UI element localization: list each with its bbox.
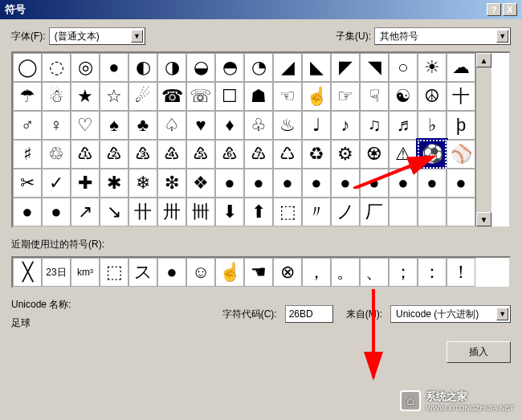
recent-symbol-cell[interactable]: km³ bbox=[71, 258, 100, 287]
recent-symbol-cell[interactable]: ； bbox=[389, 258, 418, 287]
symbol-cell[interactable]: ⬇ bbox=[215, 198, 244, 226]
symbol-cell[interactable]: ♭ bbox=[418, 111, 447, 140]
symbol-cell[interactable]: ♂ bbox=[13, 111, 42, 140]
from-combo[interactable]: ▼ bbox=[390, 305, 511, 323]
symbol-cell[interactable]: ◌ bbox=[42, 53, 71, 82]
symbol-cell[interactable]: 卌 bbox=[186, 198, 215, 226]
symbol-cell[interactable]: ♪ bbox=[331, 111, 360, 140]
symbol-cell[interactable]: ● bbox=[418, 169, 447, 198]
symbol-cell[interactable]: ♣ bbox=[128, 111, 157, 140]
symbol-cell[interactable]: ♸ bbox=[215, 140, 244, 169]
symbol-cell[interactable]: ♩ bbox=[302, 111, 331, 140]
symbol-cell[interactable]: ☗ bbox=[244, 82, 273, 111]
recent-symbol-cell[interactable]: ⬚ bbox=[100, 258, 128, 287]
symbol-cell[interactable]: ☆ bbox=[100, 82, 128, 111]
symbol-cell[interactable]: ❖ bbox=[186, 169, 215, 198]
symbol-cell[interactable]: ● bbox=[244, 169, 273, 198]
symbol-cell[interactable]: ✱ bbox=[100, 169, 128, 198]
symbol-cell[interactable]: ◢ bbox=[273, 53, 302, 82]
symbol-cell[interactable]: ☜ bbox=[273, 82, 302, 111]
symbol-cell[interactable]: ☞ bbox=[331, 82, 360, 111]
symbol-cell[interactable]: 〃 bbox=[302, 198, 331, 226]
from-input[interactable] bbox=[396, 308, 496, 320]
symbol-cell[interactable]: ☎ bbox=[157, 82, 186, 111]
symbol-cell[interactable]: ◐ bbox=[128, 53, 157, 82]
recent-symbol-cell[interactable]: ！ bbox=[447, 258, 475, 287]
char-code-input[interactable] bbox=[285, 305, 333, 323]
symbol-cell[interactable]: ♦ bbox=[215, 111, 244, 140]
symbol-cell[interactable]: ♥ bbox=[186, 111, 215, 140]
symbol-cell[interactable]: ☮ bbox=[418, 82, 447, 111]
symbol-cell[interactable]: ♺ bbox=[273, 140, 302, 169]
symbol-cell[interactable]: ♤ bbox=[157, 111, 186, 140]
symbol-cell[interactable]: ♵ bbox=[128, 140, 157, 169]
symbol-cell[interactable]: ♀ bbox=[42, 111, 71, 140]
scroll-down-button[interactable]: ▼ bbox=[476, 212, 491, 226]
symbol-cell[interactable]: ノ bbox=[331, 198, 360, 226]
symbol-cell[interactable]: ⚾ bbox=[447, 140, 475, 169]
symbol-cell[interactable]: ☝ bbox=[302, 82, 331, 111]
symbol-cell[interactable]: 卄 bbox=[128, 198, 157, 226]
symbol-cell[interactable]: ● bbox=[100, 53, 128, 82]
symbol-cell[interactable]: ● bbox=[215, 169, 244, 198]
from-dropdown-button[interactable]: ▼ bbox=[496, 308, 508, 320]
recent-symbol-cell[interactable]: ⊗ bbox=[273, 258, 302, 287]
symbol-cell[interactable]: ⚠ bbox=[389, 140, 418, 169]
scrollbar[interactable]: ▲ ▼ bbox=[475, 53, 491, 226]
symbol-cell[interactable]: ⬚ bbox=[273, 198, 302, 226]
symbol-cell[interactable]: ● bbox=[360, 169, 389, 198]
recent-symbol-cell[interactable]: ╳ bbox=[13, 258, 42, 287]
symbol-cell[interactable]: ● bbox=[331, 169, 360, 198]
symbol-cell[interactable]: ♷ bbox=[186, 140, 215, 169]
symbol-cell[interactable]: ✚ bbox=[71, 169, 100, 198]
symbol-cell[interactable]: ◎ bbox=[71, 53, 100, 82]
symbol-cell[interactable]: ◯ bbox=[13, 53, 42, 82]
insert-button[interactable]: 插入 bbox=[447, 341, 511, 363]
symbol-cell[interactable]: ☁ bbox=[447, 53, 475, 82]
symbol-cell[interactable]: ❇ bbox=[157, 169, 186, 198]
symbol-cell[interactable]: ⚽ bbox=[418, 140, 447, 169]
symbol-cell[interactable]: ☃ bbox=[42, 82, 71, 111]
symbol-cell[interactable]: ♧ bbox=[244, 111, 273, 140]
symbol-cell[interactable]: ⬆ bbox=[244, 198, 273, 226]
symbol-cell[interactable]: ♳ bbox=[71, 140, 100, 169]
symbol-cell[interactable]: ◒ bbox=[186, 53, 215, 82]
symbol-cell[interactable]: ♯ bbox=[13, 140, 42, 169]
symbol-cell[interactable]: ◣ bbox=[302, 53, 331, 82]
symbol-cell[interactable]: þ bbox=[447, 111, 475, 140]
symbol-cell[interactable]: 十 bbox=[447, 82, 475, 111]
symbol-cell[interactable]: ○ bbox=[389, 53, 418, 82]
symbol-cell[interactable]: ◑ bbox=[157, 53, 186, 82]
subset-dropdown-button[interactable]: ▼ bbox=[496, 30, 508, 43]
font-input[interactable] bbox=[55, 31, 132, 42]
subset-combo[interactable]: ▼ bbox=[374, 27, 511, 45]
symbol-cell[interactable]: ☯ bbox=[389, 82, 418, 111]
symbol-cell[interactable]: 卅 bbox=[157, 198, 186, 226]
symbol-cell[interactable]: ☂ bbox=[13, 82, 42, 111]
symbol-cell[interactable]: ● bbox=[273, 169, 302, 198]
symbol-cell[interactable] bbox=[447, 198, 475, 226]
recent-symbol-cell[interactable]: ： bbox=[418, 258, 447, 287]
recent-symbol-cell[interactable]: ● bbox=[157, 258, 186, 287]
subset-input[interactable] bbox=[380, 31, 496, 42]
recent-symbol-cell[interactable]: 23日 bbox=[42, 258, 71, 287]
symbol-cell[interactable]: ☟ bbox=[360, 82, 389, 111]
recent-symbol-cell[interactable]: ス bbox=[128, 258, 157, 287]
symbol-cell[interactable]: ◔ bbox=[244, 53, 273, 82]
symbol-cell[interactable]: ● bbox=[13, 198, 42, 226]
symbol-cell[interactable] bbox=[418, 198, 447, 226]
symbol-cell[interactable]: ↗ bbox=[71, 198, 100, 226]
symbol-cell[interactable]: ♻ bbox=[302, 140, 331, 169]
symbol-cell[interactable]: ♲ bbox=[42, 140, 71, 169]
recent-symbol-cell[interactable]: ， bbox=[302, 258, 331, 287]
symbol-cell[interactable]: ♼ bbox=[360, 140, 389, 169]
recent-symbol-cell[interactable]: ☝ bbox=[215, 258, 244, 287]
font-dropdown-button[interactable]: ▼ bbox=[131, 30, 142, 43]
symbol-cell[interactable]: ✂ bbox=[13, 169, 42, 198]
symbol-cell[interactable]: ☏ bbox=[186, 82, 215, 111]
recent-symbol-cell[interactable]: 。 bbox=[331, 258, 360, 287]
recent-symbol-cell[interactable]: 、 bbox=[360, 258, 389, 287]
symbol-cell[interactable]: ◥ bbox=[360, 53, 389, 82]
recent-symbol-cell[interactable]: ☚ bbox=[244, 258, 273, 287]
symbol-cell[interactable]: 厂 bbox=[360, 198, 389, 226]
